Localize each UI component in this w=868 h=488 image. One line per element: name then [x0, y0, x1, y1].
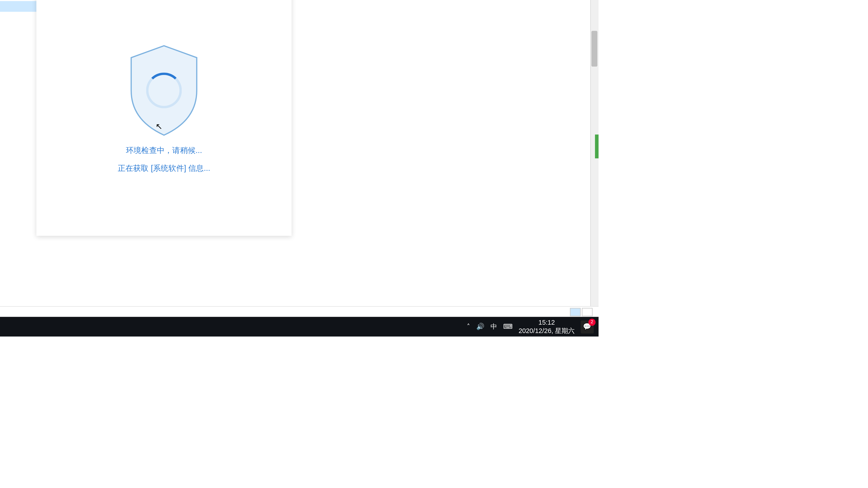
details-pane: 本地硬盘安装.exe 应用程序 🌐 修改日期:2020/10/12, 星期一 1…: [471, 0, 590, 1]
loading-spinner-icon: [146, 72, 182, 108]
dialog-status-2: 正在获取 [系统软件] 信息...: [118, 163, 211, 174]
shield-icon: [122, 43, 206, 138]
status-bar: 12 个项目 选中 1 个项目 27.6 MB: [0, 306, 598, 317]
tray-expand-icon[interactable]: ˄: [467, 323, 470, 330]
ime-indicator[interactable]: 中: [491, 322, 497, 331]
taskbar: ⊞ 🔍 ⧉ 📁 🌐 ˄ 🔊 中 ⌨ 15:12 2020/12/26, 星期六 …: [0, 317, 598, 336]
dialog-status-1: 环境检查中，请稍候...: [126, 145, 202, 156]
clock[interactable]: 15:12 2020/12/26, 星期六: [519, 319, 575, 335]
file-row[interactable]: 📝光盘说明.TXT: [0, 12, 37, 22]
dialog-body: 环境检查中，请稍候... 正在获取 [系统软件] 信息...: [36, 0, 291, 236]
file-list: 名称 修改日期 类型 大小 📁Tools📁U盘安装教程🟢AUTORUN.EXE🟢…: [0, 0, 39, 317]
notification-button[interactable]: 💬2: [581, 320, 594, 333]
volume-icon[interactable]: 🔊: [476, 323, 485, 330]
file-row[interactable]: 🌐硬盘安装教程.html: [0, 23, 37, 33]
pane-collapse-handle[interactable]: [595, 134, 598, 158]
file-row[interactable]: 🔵本地硬盘安装.exe: [0, 1, 37, 12]
keyboard-icon[interactable]: ⌨: [503, 323, 513, 330]
view-large-button[interactable]: [582, 308, 592, 316]
scrollbar-thumb[interactable]: [591, 31, 597, 67]
view-details-button[interactable]: [570, 308, 581, 316]
installer-dialog: 🐎 云骑士 装机大师 www.yunqishi.net 联系客服 ≡ — ✕ 🔋…: [36, 0, 291, 236]
